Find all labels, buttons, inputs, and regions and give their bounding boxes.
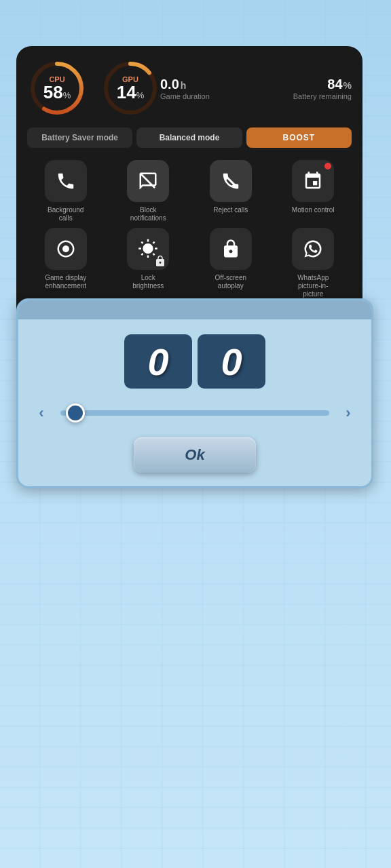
- lock-brightness-label: Lock brightness: [124, 274, 172, 290]
- block-notifications-label: Block notifications: [124, 206, 172, 222]
- time-minutes: 0: [198, 334, 265, 389]
- game-panel: CPU 58% GPU: [16, 46, 362, 338]
- duration-value: 0.0h: [160, 77, 186, 92]
- time-picker-dialog: 0 0 ‹ › Ok: [16, 298, 373, 488]
- cpu-unit: %: [63, 90, 71, 100]
- battery-saver-button[interactable]: Battery Saver mode: [27, 127, 132, 148]
- reject-calls-icon: [210, 160, 252, 202]
- lock-brightness-icon: [127, 228, 169, 270]
- slider-track[interactable]: [60, 410, 329, 416]
- battery-item: 84% Battery remaining: [293, 77, 352, 100]
- time-display: 0 0: [18, 319, 371, 401]
- battery-label: Battery remaining: [293, 92, 352, 100]
- slider-left-arrow[interactable]: ‹: [29, 401, 54, 425]
- gpu-value: 14: [117, 82, 136, 102]
- motion-badge: [324, 163, 331, 170]
- off-screen-autoplay-item[interactable]: Off-screen autoplay: [192, 228, 269, 298]
- game-display-icon: [45, 228, 87, 270]
- duration-label: Game duration: [160, 92, 210, 100]
- background-calls-label: Background calls: [42, 206, 90, 222]
- gpu-gauge-inner: GPU 14%: [117, 75, 144, 101]
- whatsapp-pip-item[interactable]: WhatsApp picture-in-picture: [275, 228, 352, 298]
- slider-row: ‹ ›: [18, 401, 371, 425]
- cpu-gauge-inner: CPU 58%: [43, 75, 71, 101]
- off-screen-autoplay-icon: [210, 228, 252, 270]
- stats-row: CPU 58% GPU: [27, 58, 352, 118]
- slider-thumb[interactable]: [66, 403, 85, 422]
- duration-item: 0.0h Game duration: [160, 77, 210, 100]
- ok-button[interactable]: Ok: [134, 437, 256, 473]
- gpu-unit: %: [136, 90, 145, 100]
- reject-calls-item[interactable]: Reject calls: [192, 160, 269, 222]
- background-calls-icon: [45, 160, 87, 202]
- svg-point-7: [64, 248, 67, 251]
- motion-control-icon: [292, 160, 334, 202]
- ok-row: Ok: [18, 437, 371, 473]
- slider-right-arrow[interactable]: ›: [336, 401, 360, 425]
- game-display-label: Game display enhancement: [42, 274, 90, 290]
- info-row: 0.0h Game duration 84% Battery remaining: [160, 77, 352, 100]
- dialog-header: [18, 300, 371, 319]
- cpu-value: 58: [43, 82, 63, 102]
- boost-button[interactable]: BOOST: [246, 127, 352, 148]
- motion-control-label: Motion control: [292, 206, 335, 214]
- whatsapp-pip-label: WhatsApp picture-in-picture: [289, 274, 337, 298]
- background-calls-item[interactable]: Background calls: [27, 160, 105, 222]
- cpu-gauge: CPU 58%: [27, 58, 87, 118]
- balanced-mode-button[interactable]: Balanced mode: [136, 127, 242, 148]
- actions-row2: Game display enhancement Lock brightness…: [27, 228, 352, 298]
- off-screen-autoplay-label: Off-screen autoplay: [207, 274, 255, 290]
- lock-brightness-item[interactable]: Lock brightness: [110, 228, 187, 298]
- duration-unit: h: [181, 80, 187, 91]
- game-display-item[interactable]: Game display enhancement: [27, 228, 105, 298]
- block-notifications-icon: [127, 160, 169, 202]
- mode-row: Battery Saver mode Balanced mode BOOST: [27, 127, 352, 148]
- gauge-container: CPU 58% GPU: [27, 58, 160, 118]
- time-hours: 0: [124, 334, 192, 389]
- block-notifications-item[interactable]: Block notifications: [110, 160, 187, 222]
- actions-row1: Background calls Block notifications Rej…: [27, 160, 352, 222]
- battery-value: 84%: [327, 77, 352, 92]
- reject-calls-label: Reject calls: [213, 206, 248, 214]
- motion-control-item[interactable]: Motion control: [275, 160, 352, 222]
- info-section: 0.0h Game duration 84% Battery remaining: [160, 77, 352, 100]
- battery-unit: %: [343, 80, 352, 91]
- whatsapp-pip-icon: [292, 228, 334, 270]
- gpu-gauge: GPU 14%: [100, 58, 160, 118]
